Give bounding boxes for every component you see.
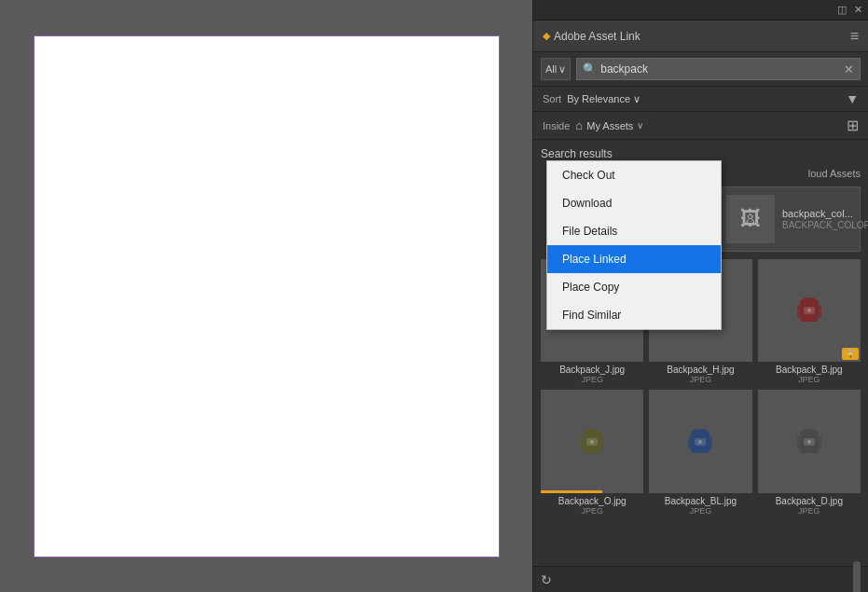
panel-menu-button[interactable]: ≡ [850,28,859,45]
context-menu-item-checkout[interactable]: Check Out [547,161,721,189]
thumbnail-type: JPEG [798,375,820,384]
svg-rect-21 [600,436,604,449]
search-type-label: All [545,63,557,75]
thumbnail-name: Backpack_J.jpg [541,365,643,375]
svg-rect-20 [580,436,584,449]
svg-rect-31 [803,429,816,434]
grid-view-button[interactable]: ⊞ [847,117,859,134]
search-type-select[interactable]: All ∨ [541,58,571,80]
thumbnail-type: JPEG [798,506,820,516]
context-menu-item-placecopy[interactable]: Place Copy [547,273,721,301]
thumbnail-name: Backpack_B.jpg [758,365,861,375]
refresh-button[interactable]: ↻ [541,572,552,587]
inside-path-chevron-icon: ∨ [637,120,643,131]
context-menu: Check Out Download File Details Place Li… [546,160,722,330]
svg-rect-25 [694,429,707,434]
inside-label: Inside [543,120,570,131]
svg-rect-32 [797,436,801,449]
search-input[interactable] [600,62,840,76]
inside-bar: Inside ⌂ My Assets ∨ ⊞ [533,112,868,140]
results-area: Search results Check Out Download File D… [533,140,868,566]
search-bar: All ∨ 🔍 ✕ [533,52,868,87]
svg-rect-26 [688,436,692,449]
sort-label: Sort [543,93,561,104]
svg-rect-27 [709,436,712,449]
context-menu-item-download[interactable]: Download [547,189,721,217]
canvas-page [34,35,500,558]
svg-point-35 [807,440,811,444]
thumbnail-type: JPEG [581,375,603,384]
thumbnail-grid-row2: Backpack_O.jpgJPEG Backpack_BL.jpgJPEG B… [541,390,861,515]
context-menu-item-filedetails[interactable]: File Details [547,217,721,245]
panel-resize-button[interactable]: ◫ [837,5,847,15]
first-result-item[interactable]: 🖼 backpack_col... BACKPACK_COLORS [718,186,861,252]
panel: ◫ ✕ ◆ Adobe Asset Link ≡ All ∨ 🔍 ✕ Sort … [532,0,868,592]
inside-path-name: My Assets [586,120,633,131]
thumbnail-item[interactable]: Backpack_BL.jpgJPEG [649,390,751,515]
svg-rect-15 [818,305,821,318]
context-menu-item-findsimilar[interactable]: Find Similar [547,301,721,329]
search-icon: 🔍 [583,62,597,76]
sort-select[interactable]: By Relevance ∨ [567,93,641,105]
search-clear-button[interactable]: ✕ [844,62,854,76]
svg-rect-33 [818,436,821,449]
sort-filter-icon[interactable]: ▼ [846,91,859,106]
svg-rect-19 [586,429,599,434]
thumbnail-type: JPEG [690,375,712,384]
first-result-subname: BACKPACK_COLORS [782,220,868,230]
adobe-icon: ◆ [543,30,550,42]
inside-path[interactable]: ⌂ My Assets ∨ [575,118,643,132]
thumbnail-item[interactable]: Backpack_D.jpgJPEG [758,390,861,515]
sort-value: By Relevance [567,93,630,104]
sort-chevron-icon: ∨ [633,93,641,105]
first-result-name: backpack_col... [782,208,868,219]
thumbnail-item[interactable]: 🔒Backpack_B.jpgJPEG [758,259,861,384]
svg-point-23 [590,440,594,444]
first-result-info: backpack_col... BACKPACK_COLORS [782,208,868,230]
thumbnail-name: Backpack_H.jpg [649,365,751,375]
svg-point-29 [698,440,702,444]
panel-header: ◆ Adobe Asset Link ≡ [533,21,868,52]
home-icon: ⌂ [575,118,583,132]
panel-title: Adobe Asset Link [554,30,850,43]
search-type-chevron-icon: ∨ [558,63,566,76]
thumbnail-name: Backpack_D.jpg [758,496,861,506]
first-result-thumbnail: 🖼 [726,195,775,243]
thumbnail-name: Backpack_BL.jpg [649,496,751,506]
thumbnail-type: JPEG [690,506,712,516]
svg-rect-13 [803,297,816,302]
thumbnail-item[interactable]: Backpack_O.jpgJPEG [541,390,643,515]
svg-point-17 [807,309,811,312]
panel-topbar: ◫ ✕ [533,0,868,21]
panel-close-button[interactable]: ✕ [854,5,862,15]
search-input-wrap: 🔍 ✕ [576,58,861,80]
context-menu-item-placelinked[interactable]: Place Linked [547,245,721,273]
bottom-bar: ↻ [533,566,868,592]
thumbnail-type: JPEG [581,506,603,516]
results-label: Search results [541,147,861,160]
thumbnail-name: Backpack_O.jpg [541,496,643,506]
svg-rect-14 [797,305,801,318]
cloud-assets-label: loud Assets [718,168,861,179]
sort-bar: Sort By Relevance ∨ ▼ [533,87,868,112]
canvas-area [0,0,532,592]
